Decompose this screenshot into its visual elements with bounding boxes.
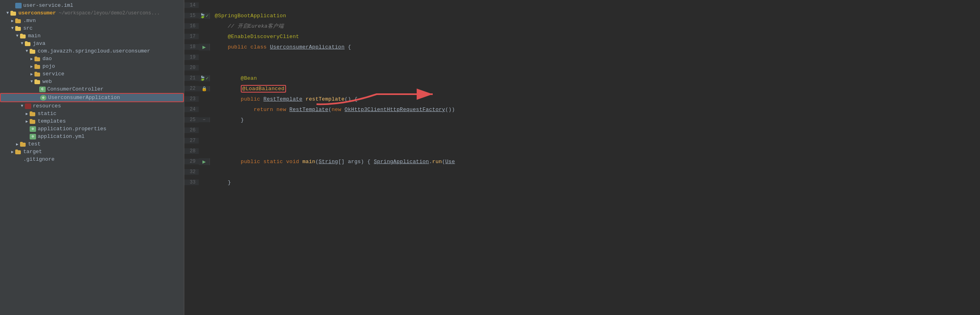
file-tree: user-service.iml userconsumer ~/workspac… (0, 0, 184, 315)
arrow-icon (29, 64, 34, 69)
code-line-32: 32 (184, 167, 980, 177)
tree-label: application.properties (38, 126, 107, 132)
line-number: 21 (184, 75, 199, 81)
gutter-bean-icon2[interactable]: 🍃 (200, 75, 206, 81)
tree-item-web[interactable]: web (0, 78, 184, 85)
folder-icon (34, 72, 41, 77)
line-content: public RestTemplate restTemplate() { (210, 96, 980, 102)
folder-icon (10, 11, 17, 16)
folder-icon (34, 79, 41, 84)
code-line-18: 18 ▶ public class UserconsumerApplicatio… (184, 42, 980, 52)
tree-label: userconsumer (18, 10, 56, 16)
tree-item-src[interactable]: src (0, 24, 184, 32)
tree-label: dao (42, 56, 52, 62)
tree-item-pojo[interactable]: pojo (0, 63, 184, 70)
yml-icon: ⚙ (30, 134, 36, 139)
arrow-icon (10, 149, 15, 154)
line-number: 24 (184, 107, 199, 112)
code-line-22: 22 🔒 @LoadBalanced (184, 83, 980, 94)
line-gutter: ▶ (199, 44, 210, 50)
tree-item-test[interactable]: test (0, 140, 184, 148)
code-line-17: 17 @EnableDiscoveryClient (184, 31, 980, 42)
folder-icon (30, 119, 36, 124)
gutter-run-icon[interactable]: ▶ (202, 44, 206, 50)
resources-folder-icon (25, 103, 31, 109)
tree-label: resources (33, 103, 61, 109)
tree-label: static (38, 111, 56, 117)
tree-label: web (42, 79, 52, 85)
tree-label: templates (38, 118, 66, 124)
arrow-icon (29, 72, 34, 77)
folder-icon (15, 18, 22, 23)
line-content: public class UserconsumerApplication { (210, 44, 980, 50)
line-number: 27 (184, 138, 199, 143)
line-content: @SpringBootApplication (210, 13, 980, 19)
folder-icon (30, 49, 36, 54)
arrow-icon (5, 11, 10, 15)
arrow-icon (19, 41, 25, 46)
line-number: 28 (184, 148, 199, 154)
tree-item-userconsumer[interactable]: userconsumer ~/workspace/leyou/demo2/use… (0, 9, 184, 17)
line-number: 18 (184, 44, 199, 50)
code-line-28: 28 (184, 146, 980, 156)
properties-icon: ⚙ (30, 126, 36, 132)
tree-item-consumer-controller[interactable]: C ConsumerController (0, 85, 184, 93)
line-number: 15 (184, 13, 199, 18)
code-line-25: 25 − } (184, 115, 980, 125)
line-content: @EnableDiscoveryClient (210, 34, 980, 40)
folder-icon (15, 149, 22, 154)
code-line-20: 20 (184, 63, 980, 73)
gutter-check-icon2[interactable]: ✓ (206, 75, 208, 81)
tree-item-user-service-iml[interactable]: user-service.iml (0, 2, 184, 9)
line-content: // 开启Eureka客户端 (210, 22, 980, 30)
tree-item-gitignore[interactable]: .gitignore (0, 155, 184, 163)
tree-item-application-yml[interactable]: ⚙ application.yml (0, 133, 184, 140)
tree-label: pojo (42, 63, 55, 69)
line-gutter: 🍃 ✓ (199, 13, 210, 19)
line-number: 16 (184, 23, 199, 29)
folder-icon (15, 26, 22, 31)
gutter-bean-icon[interactable]: 🍃 (200, 13, 206, 19)
tree-path: ~/workspace/leyou/demo2/usercons... (56, 10, 160, 16)
folder-icon (34, 64, 41, 69)
tree-item-java[interactable]: java (0, 40, 184, 47)
java-class-icon: C (39, 87, 46, 92)
tree-item-resources[interactable]: resources (0, 102, 184, 110)
tree-item-target[interactable]: target (0, 148, 184, 155)
tree-item-static[interactable]: static (0, 110, 184, 117)
folder-icon (20, 142, 26, 147)
tree-label: target (23, 149, 42, 155)
tree-item-userconsumer-app[interactable]: ✿ UserconsumerApplication (0, 93, 184, 102)
gutter-fold-icon[interactable]: − (203, 117, 206, 122)
tree-label: java (33, 40, 45, 46)
gutter-check-icon[interactable]: ✓ (206, 13, 208, 19)
line-number: 29 (184, 159, 199, 164)
tree-item-com-pkg[interactable]: com.javazzh.springcloud.userconsumer (0, 47, 184, 55)
folder-icon (34, 57, 41, 61)
code-line-23: 23 public RestTemplate restTemplate() { (184, 94, 980, 104)
tree-label: com.javazzh.springcloud.userconsumer (38, 48, 150, 54)
tree-item-main[interactable]: main (0, 32, 184, 40)
line-number: 33 (184, 180, 199, 185)
tree-item-service[interactable]: service (0, 70, 184, 78)
tree-item-templates[interactable]: templates (0, 117, 184, 125)
iml-icon (15, 3, 22, 8)
code-line-24: 24 return new RestTemplate(new OkHttp3Cl… (184, 104, 980, 115)
line-content: public static void main(String[] args) {… (210, 159, 980, 165)
tree-label: test (28, 141, 40, 147)
line-number: 26 (184, 127, 199, 133)
line-number: 14 (184, 2, 199, 8)
folder-icon (25, 41, 31, 46)
arrow-icon (19, 104, 25, 108)
code-line-33: 33 } (184, 177, 980, 188)
line-number: 19 (184, 55, 199, 60)
gutter-run-icon2[interactable]: ▶ (202, 158, 206, 165)
tree-item-application-properties[interactable]: ⚙ application.properties (0, 125, 184, 133)
tree-item-mvn[interactable]: .mvn (0, 17, 184, 24)
tree-label: .mvn (23, 18, 36, 24)
file-icon (15, 157, 22, 162)
tree-item-dao[interactable]: dao (0, 55, 184, 63)
arrow-icon (14, 142, 20, 147)
code-line-14: 14 (184, 0, 980, 10)
code-line-21: 21 🍃 ✓ @Bean (184, 73, 980, 83)
